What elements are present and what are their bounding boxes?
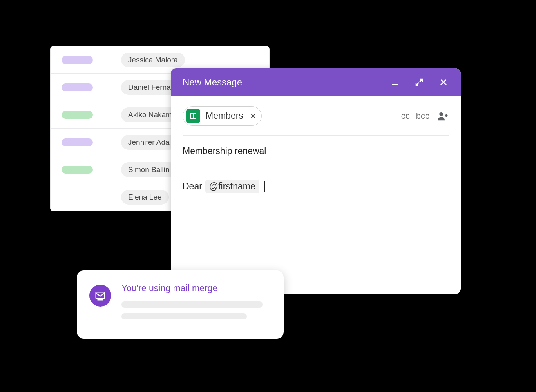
remove-chip-icon[interactable] bbox=[249, 112, 257, 120]
svg-rect-11 bbox=[96, 292, 105, 298]
status-pill bbox=[62, 166, 93, 174]
svg-point-8 bbox=[439, 112, 443, 116]
status-pill bbox=[62, 83, 93, 91]
text-cursor bbox=[264, 181, 265, 192]
expand-icon[interactable] bbox=[414, 77, 425, 88]
name-chip[interactable]: Simon Ballin bbox=[121, 162, 177, 177]
recipient-chip[interactable]: Members bbox=[183, 106, 262, 126]
message-body[interactable]: Dear @firstname bbox=[183, 167, 449, 193]
close-icon[interactable] bbox=[438, 77, 449, 88]
recipient-chip-label: Members bbox=[206, 111, 243, 121]
add-recipient-icon[interactable] bbox=[436, 110, 449, 122]
status-pill bbox=[62, 56, 93, 64]
name-chip[interactable]: Jessica Malora bbox=[121, 53, 185, 67]
compose-window: New Message Members cc bcc bbox=[171, 68, 461, 294]
name-chip[interactable]: Daniel Ferna bbox=[121, 80, 178, 95]
mail-merge-toast: You're using mail merge bbox=[77, 270, 284, 339]
compose-title: New Message bbox=[183, 77, 242, 88]
sheets-icon bbox=[186, 109, 200, 123]
mail-merge-icon bbox=[89, 285, 111, 307]
name-chip[interactable]: Jennifer Ada bbox=[121, 135, 177, 150]
cc-button[interactable]: cc bbox=[401, 111, 410, 121]
name-chip[interactable]: Akiko Nakam bbox=[121, 107, 179, 122]
subject-input[interactable]: Membership renewal bbox=[183, 136, 449, 167]
status-pill bbox=[62, 138, 93, 146]
recipients-row[interactable]: Members cc bcc bbox=[183, 96, 449, 136]
bcc-button[interactable]: bcc bbox=[416, 111, 429, 121]
skeleton-line bbox=[121, 313, 247, 319]
body-text: Dear bbox=[183, 181, 202, 192]
status-pill bbox=[62, 111, 93, 119]
subject-value: Membership renewal bbox=[183, 146, 266, 156]
toast-title: You're using mail merge bbox=[121, 283, 271, 294]
compose-header: New Message bbox=[171, 68, 461, 96]
skeleton-line bbox=[121, 301, 263, 308]
name-chip[interactable]: Elena Lee bbox=[121, 190, 169, 205]
merge-token[interactable]: @firstname bbox=[205, 180, 259, 193]
minimize-icon[interactable] bbox=[389, 77, 400, 88]
